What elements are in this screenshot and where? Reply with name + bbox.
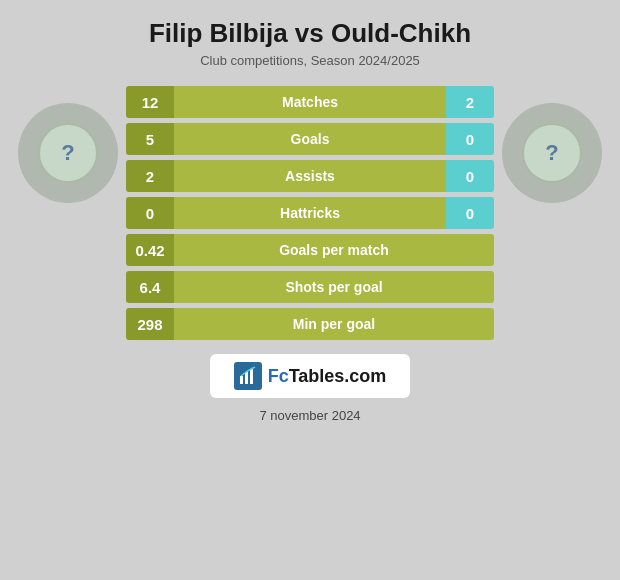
logo-area: FcTables.com <box>210 354 411 398</box>
stats-container: 12Matches25Goals02Assists00Hattricks00.4… <box>126 86 494 340</box>
stat-row-4: 0.42Goals per match <box>126 234 494 266</box>
footer-date: 7 november 2024 <box>259 408 360 423</box>
page-title: Filip Bilbija vs Ould-Chikh <box>149 18 471 49</box>
logo-svg <box>238 366 258 386</box>
stat-left-3: 0 <box>126 197 174 229</box>
svg-rect-2 <box>250 369 253 384</box>
stat-left-6: 298 <box>126 308 174 340</box>
player1-avatar: ? <box>18 103 118 203</box>
stat-row-1: 5Goals0 <box>126 123 494 155</box>
stat-row-0: 12Matches2 <box>126 86 494 118</box>
player2-avatar-icon: ? <box>545 140 558 166</box>
logo-text: FcTables.com <box>268 366 387 387</box>
player2-avatar: ? <box>502 103 602 203</box>
logo-icon <box>234 362 262 390</box>
stat-row-3: 0Hattricks0 <box>126 197 494 229</box>
stat-row-6: 298Min per goal <box>126 308 494 340</box>
subtitle: Club competitions, Season 2024/2025 <box>200 53 420 68</box>
stat-left-4: 0.42 <box>126 234 174 266</box>
stat-row-2: 2Assists0 <box>126 160 494 192</box>
stat-row-5: 6.4Shots per goal <box>126 271 494 303</box>
stat-label-5: Shots per goal <box>174 271 494 303</box>
stat-label-6: Min per goal <box>174 308 494 340</box>
stat-right-3: 0 <box>446 197 494 229</box>
stat-left-1: 5 <box>126 123 174 155</box>
stat-right-0: 2 <box>446 86 494 118</box>
stat-left-2: 2 <box>126 160 174 192</box>
svg-rect-1 <box>245 372 248 384</box>
svg-rect-0 <box>240 376 243 384</box>
stat-label-4: Goals per match <box>174 234 494 266</box>
stat-label-0: Matches <box>174 86 446 118</box>
player1-avatar-icon: ? <box>61 140 74 166</box>
stat-left-0: 12 <box>126 86 174 118</box>
stat-right-2: 0 <box>446 160 494 192</box>
main-area: ? 12Matches25Goals02Assists00Hattricks00… <box>10 86 610 340</box>
stat-label-1: Goals <box>174 123 446 155</box>
stat-right-1: 0 <box>446 123 494 155</box>
stat-label-3: Hattricks <box>174 197 446 229</box>
stat-label-2: Assists <box>174 160 446 192</box>
comparison-card: Filip Bilbija vs Ould-Chikh Club competi… <box>0 0 620 580</box>
stat-left-5: 6.4 <box>126 271 174 303</box>
